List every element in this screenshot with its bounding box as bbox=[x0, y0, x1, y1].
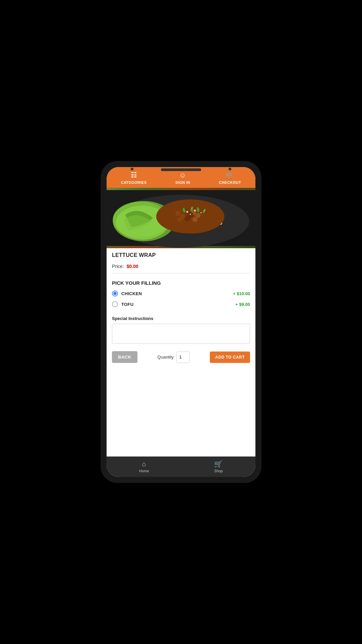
svg-point-13 bbox=[204, 212, 208, 216]
phone-frame: ☷ CATEGORIES ☺ SIGN IN 🛒 CHECKOUT bbox=[101, 161, 261, 483]
nav-categories[interactable]: ☷ CATEGORIES bbox=[121, 171, 147, 184]
categories-label: CATEGORIES bbox=[121, 180, 147, 184]
radio-tofu[interactable] bbox=[112, 301, 118, 307]
home-label: Home bbox=[139, 469, 149, 473]
bottom-nav-home[interactable]: ⌂ Home bbox=[139, 460, 149, 473]
back-button[interactable]: BACK bbox=[112, 351, 137, 363]
phone-screen: ☷ CATEGORIES ☺ SIGN IN 🛒 CHECKOUT bbox=[107, 167, 255, 477]
home-icon: ⌂ bbox=[142, 460, 146, 468]
categories-icon: ☷ bbox=[131, 171, 137, 179]
svg-point-15 bbox=[184, 216, 190, 222]
radio-chicken[interactable] bbox=[112, 290, 118, 297]
person-icon: ☺ bbox=[179, 171, 186, 179]
bottom-navigation: ⌂ Home 🛒 Shop bbox=[107, 457, 255, 477]
product-info: LETTUCE WRAP Price: $0.00 bbox=[107, 248, 255, 280]
tofu-price: + $9.00 bbox=[235, 302, 250, 307]
filling-title: PICK YOUR FILLING bbox=[112, 280, 250, 286]
bottom-nav-shop[interactable]: 🛒 Shop bbox=[214, 460, 223, 473]
svg-point-16 bbox=[192, 217, 197, 222]
radio-inner-chicken bbox=[113, 292, 117, 295]
content-area: LETTUCE WRAP Price: $0.00 PICK YOUR FILL… bbox=[107, 188, 255, 457]
price-row: Price: $0.00 bbox=[112, 264, 250, 269]
price-label: Price: bbox=[112, 264, 124, 269]
filling-section: PICK YOUR FILLING CHICKEN + $10.00 bbox=[107, 280, 255, 307]
signin-label: SIGN IN bbox=[175, 180, 190, 184]
add-to-cart-button[interactable]: ADD TO CART bbox=[210, 352, 250, 363]
product-title: LETTUCE WRAP bbox=[112, 252, 250, 258]
price-value: $0.00 bbox=[127, 264, 138, 269]
tofu-label: TOFU bbox=[121, 302, 133, 307]
svg-point-6 bbox=[175, 211, 180, 216]
action-row: BACK Quantity ADD TO CART bbox=[107, 348, 255, 367]
svg-point-17 bbox=[200, 216, 205, 220]
special-instructions-section: Special Instructions bbox=[107, 312, 255, 348]
svg-point-22 bbox=[186, 211, 188, 213]
phone-notch bbox=[161, 168, 201, 171]
svg-point-25 bbox=[190, 214, 191, 215]
special-instructions-title: Special Instructions bbox=[112, 316, 250, 321]
svg-point-24 bbox=[200, 212, 202, 213]
svg-point-12 bbox=[195, 213, 200, 218]
shop-label: Shop bbox=[214, 469, 223, 473]
svg-point-23 bbox=[194, 210, 196, 212]
camera-right bbox=[229, 168, 231, 170]
chicken-price: + $10.00 bbox=[233, 291, 250, 296]
nav-checkout[interactable]: 🛒 CHECKOUT bbox=[219, 171, 241, 184]
filling-option-tofu[interactable]: TOFU + $9.00 bbox=[112, 301, 250, 307]
quantity-group: Quantity bbox=[158, 352, 190, 363]
chicken-label: CHICKEN bbox=[121, 291, 142, 296]
camera-left bbox=[131, 168, 133, 170]
filling-left-tofu: TOFU bbox=[112, 301, 133, 307]
filling-left-chicken: CHICKEN bbox=[112, 290, 142, 297]
nav-signin[interactable]: ☺ SIGN IN bbox=[175, 171, 190, 184]
svg-point-14 bbox=[177, 217, 182, 222]
shop-icon: 🛒 bbox=[214, 460, 223, 468]
checkout-label: CHECKOUT bbox=[219, 180, 241, 184]
quantity-label: Quantity bbox=[158, 355, 174, 360]
divider bbox=[112, 273, 250, 273]
product-image bbox=[107, 188, 255, 248]
filling-option-chicken[interactable]: CHICKEN + $10.00 bbox=[112, 290, 250, 297]
cart-icon: 🛒 bbox=[226, 171, 234, 179]
special-instructions-input[interactable] bbox=[112, 324, 250, 344]
quantity-input[interactable] bbox=[176, 352, 190, 363]
